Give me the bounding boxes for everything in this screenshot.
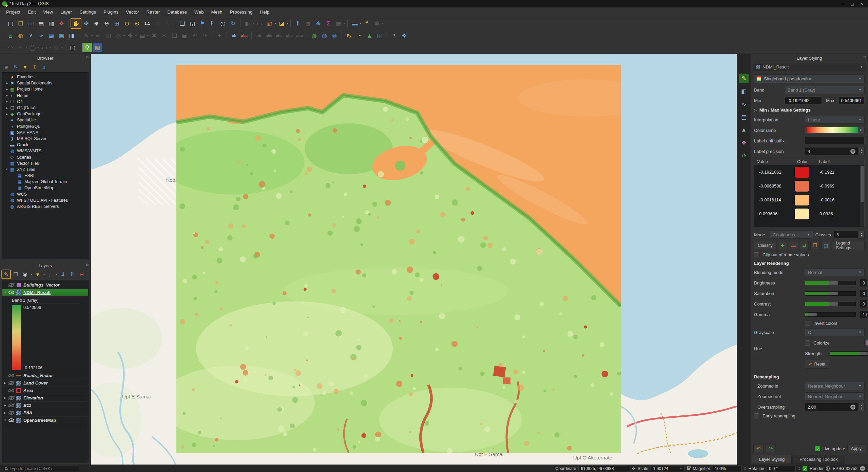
layer-row-openstreetmap[interactable]: ▼OpenStreetMap	[2, 417, 88, 424]
new-map-view-button[interactable]: ❏	[177, 19, 187, 28]
oversampling-input[interactable]: 2.00 ✕	[805, 403, 858, 411]
expander-icon[interactable]: ▼	[2, 291, 8, 294]
browser-item-oracle[interactable]: ▬Oracle	[2, 142, 88, 148]
spinner[interactable]: ▲▼	[859, 147, 865, 155]
locate-input[interactable]: Type to locate (Ctrl+K)	[3, 466, 79, 471]
processing-toolbox-button[interactable]: ❋	[313, 19, 323, 28]
osm-edit-button[interactable]: ▧	[93, 43, 102, 52]
layer-row-land-cover[interactable]: ▶Land Cover	[2, 379, 88, 387]
dropdown-arrow-icon[interactable]: ▾	[50, 46, 51, 49]
brightness-input[interactable]: 0	[860, 279, 868, 287]
spinner[interactable]: ▲▼	[798, 466, 800, 471]
clear-icon[interactable]: ✕	[850, 405, 855, 410]
topology-checker-button[interactable]: ❖	[400, 31, 409, 40]
remove-layer-button[interactable]: ⊟	[78, 270, 86, 278]
browser-item-home[interactable]: ▶⌂Home	[2, 93, 88, 99]
pin-labels-button[interactable]: ab	[229, 31, 239, 40]
filter-browser-button[interactable]: ▼	[21, 63, 29, 71]
highlight-pinned-labels-button[interactable]: abc	[239, 31, 249, 40]
layer-row-elevation[interactable]: ▶Elevation	[2, 394, 88, 402]
styling-tab-transparency[interactable]: ◧	[739, 86, 749, 96]
dropdown-arrow-icon[interactable]: ▾	[26, 46, 27, 49]
show-layout-manager-button[interactable]: ▥	[46, 19, 56, 28]
layer-visibility-toggle[interactable]	[8, 404, 14, 407]
spinner[interactable]: ▲▼	[744, 466, 746, 471]
crs-status[interactable]: EPSG:32752	[833, 466, 857, 471]
styling-tab-attributes[interactable]: ▤	[739, 112, 749, 122]
menu-layer[interactable]: Layer	[57, 8, 75, 16]
pan-map-button[interactable]: ✋	[71, 19, 81, 28]
dropdown-arrow-icon[interactable]: ▾	[147, 34, 149, 37]
color-map-row[interactable]: -0.0968588-0.0969	[754, 179, 864, 193]
reset-button[interactable]: ↶Reset	[805, 360, 829, 369]
live-update-checkbox[interactable]	[815, 446, 820, 451]
dropdown-arrow-icon[interactable]: ▾	[61, 46, 63, 49]
style-redo-button[interactable]: ↷	[766, 444, 776, 453]
dropdown-arrow-icon[interactable]: ▾	[31, 273, 32, 276]
menu-settings[interactable]: Settings	[76, 8, 99, 16]
measure-button[interactable]: ▬▾	[350, 19, 361, 28]
layer-visibility-toggle[interactable]	[8, 381, 14, 385]
interpolation-selector[interactable]: Linear ▼	[805, 116, 865, 124]
expander-icon[interactable]: ▶	[2, 404, 8, 407]
color-map-table[interactable]: Value Color Label -0.1921062-0.1921-0.09…	[754, 158, 865, 227]
browser-properties-button[interactable]: ℹ	[40, 63, 48, 71]
browser-item-g-data[interactable]: ▶❒G:\ (Data)	[2, 105, 88, 111]
metasearch-button[interactable]: ◍	[320, 31, 329, 40]
menu-edit[interactable]: Edit	[24, 8, 39, 16]
max-input[interactable]: 0.5405661	[838, 96, 865, 104]
layer-visibility-toggle[interactable]	[8, 396, 14, 400]
browser-item-vector-tiles[interactable]: ▦Vector Tiles	[2, 160, 88, 166]
contrast-input[interactable]: 0	[860, 300, 868, 308]
styling-tab-histogram[interactable]: ∿	[739, 99, 749, 109]
label-precision-input[interactable]: 4 ✕	[805, 147, 858, 155]
add-vector-tile-layer-button[interactable]: ◨	[67, 31, 76, 40]
zoomed-in-selector[interactable]: Nearest Neighbour ▼	[805, 382, 865, 390]
color-map-row[interactable]: -0.1921062-0.1921	[754, 165, 864, 179]
gamma-slider[interactable]	[805, 312, 856, 317]
dropdown-arrow-icon[interactable]: ▾	[38, 46, 39, 49]
dropdown-arrow-icon[interactable]: ▾	[56, 273, 57, 276]
row-color-swatch[interactable]	[794, 208, 809, 220]
label-unit-suffix-input[interactable]	[805, 137, 865, 145]
zoom-native-button[interactable]: 1:1	[142, 19, 152, 28]
invert-colors-checkbox[interactable]	[805, 321, 810, 326]
layers-float-icon[interactable]: ⧉	[86, 263, 89, 267]
map-tips-button[interactable]: ❝	[362, 19, 371, 28]
expander-icon[interactable]: ▶	[4, 82, 9, 85]
browser-item-ms-sql-server[interactable]: ❯MS SQL Server	[2, 136, 88, 142]
layer-visibility-toggle[interactable]	[8, 374, 14, 377]
menu-help[interactable]: Help	[256, 8, 273, 16]
table-scrollbar[interactable]	[860, 165, 864, 227]
python-console-button[interactable]: Py	[344, 31, 354, 40]
colorize-color-button[interactable]: ▼	[864, 339, 868, 347]
browser-item-scenes[interactable]: ◇Scenes	[2, 154, 88, 160]
menu-plugins[interactable]: Plugins	[100, 8, 122, 16]
menu-database[interactable]: Database	[164, 8, 190, 16]
contrast-slider[interactable]	[805, 302, 856, 306]
browser-item-arcgis-rest-servers[interactable]: ◍ArcGIS REST Servers	[2, 203, 88, 210]
styling-tab-symbology[interactable]: ✎	[739, 74, 749, 83]
add-mesh-layer-button[interactable]: ▦	[46, 31, 56, 40]
render-checkbox[interactable]	[803, 466, 807, 471]
spinner[interactable]: ▲▼	[859, 403, 865, 411]
new-3d-map-view-button[interactable]: ◱	[188, 19, 197, 28]
map-canvas[interactable]: KobiUpt E SamalUpt E SamalUpt O Aketerna…	[91, 54, 737, 465]
expand-all-layers-button[interactable]: ⇊	[59, 270, 67, 278]
deselect-all-button[interactable]: ▧▾	[265, 19, 276, 28]
expander-icon[interactable]: ▶	[4, 106, 9, 110]
styling-float-icon[interactable]: ⧉	[864, 55, 866, 59]
add-vector-layer-button[interactable]: V	[26, 31, 36, 40]
expander-icon[interactable]: ▶	[2, 411, 8, 414]
row-color-swatch[interactable]	[794, 180, 809, 192]
layer-row-buildings-vector[interactable]: Buildings_Vector	[2, 281, 88, 289]
statistical-summary-button[interactable]: Σ	[324, 19, 333, 28]
zoom-to-layer-button[interactable]: ⊚	[132, 19, 142, 28]
pan-to-selection-button[interactable]: ✥	[81, 19, 91, 28]
dropdown-arrow-icon[interactable]: ▾	[275, 22, 276, 25]
open-layer-styling-panel-button[interactable]: ✎	[2, 270, 10, 278]
browser-float-icon[interactable]: ⧉	[86, 55, 89, 59]
osm-place-search-button[interactable]: ⚲	[82, 43, 92, 52]
browser-item-postgresql[interactable]: ◖PostgreSQL	[2, 123, 88, 130]
filter-by-expression-button[interactable]: ƒ	[46, 270, 54, 278]
